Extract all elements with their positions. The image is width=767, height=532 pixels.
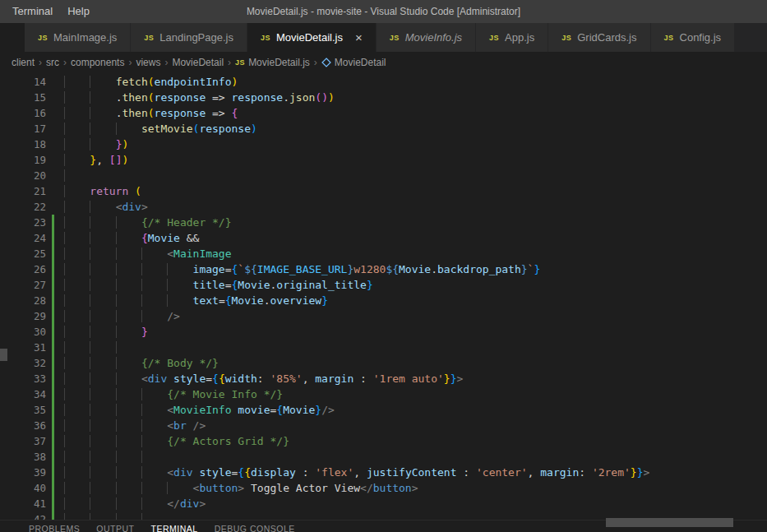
indent-guide <box>141 279 167 291</box>
code-line[interactable]: 20 <box>0 168 767 183</box>
line-number[interactable]: 40 <box>0 480 46 496</box>
code-line[interactable]: 25 <MainImage <box>0 246 767 261</box>
tab-gridcards-js[interactable]: JSGridCards.js <box>548 23 650 52</box>
tab-landingpage-js[interactable]: JSLandingPage.js <box>131 23 247 52</box>
code-line[interactable]: 22 <div> <box>0 199 767 215</box>
code-line[interactable]: 15 .then(response => response.json()) <box>0 90 767 105</box>
code-line[interactable]: 37 {/* Actors Grid */} <box>0 433 767 449</box>
tab-movieinfo-js[interactable]: JSMovieInfo.js <box>377 23 476 52</box>
line-number[interactable]: 33 <box>0 371 46 386</box>
line-number[interactable]: 15 <box>0 90 46 105</box>
line-number[interactable]: 30 <box>0 324 46 340</box>
code-text <box>64 168 90 183</box>
code-line[interactable]: 14 fetch(endpointInfo) <box>0 74 767 90</box>
line-number[interactable]: 29 <box>0 308 46 324</box>
js-file-icon: JS <box>38 34 48 42</box>
code-editor[interactable]: 14 fetch(endpointInfo)15 .then(response … <box>0 72 767 521</box>
line-number[interactable]: 17 <box>0 121 46 136</box>
indent-guide <box>90 388 115 400</box>
code-line[interactable]: 30 } <box>0 324 767 340</box>
code-line[interactable]: 28 text={Movie.overview} <box>0 293 767 308</box>
code-line[interactable]: 29 /> <box>0 308 767 324</box>
js-file-icon: JS <box>144 34 154 42</box>
code-line[interactable]: 36 <br /> <box>0 418 767 433</box>
panel-tab-terminal[interactable]: TERMINAL <box>151 524 198 532</box>
indent-guide <box>90 294 115 307</box>
code-line[interactable]: 41 </div> <box>0 496 767 511</box>
token: /> <box>321 404 335 416</box>
code-line[interactable]: 26 image={`${IMAGE_BASE_URL}w1280${Movie… <box>0 261 767 277</box>
horizontal-scrollbar-thumb[interactable] <box>606 518 733 527</box>
indent-guide <box>90 232 115 244</box>
line-number[interactable]: 20 <box>0 168 46 183</box>
code-line[interactable]: 35 <MovieInfo movie={Movie}/> <box>0 402 767 418</box>
line-number[interactable]: 25 <box>0 246 46 261</box>
tab-label: MainImage.js <box>53 31 117 44</box>
breadcrumb-item-moviedetail[interactable]: MovieDetail <box>321 57 386 68</box>
breadcrumb-item-client[interactable]: client <box>12 57 35 68</box>
token: } <box>90 154 96 166</box>
panel-tab-problems[interactable]: PROBLEMS <box>29 524 80 532</box>
cropped-scrollbar-sliver[interactable] <box>0 349 7 361</box>
code-line[interactable]: 40 <button> Toggle Actor View</button> <box>0 480 767 496</box>
line-number[interactable]: 27 <box>0 277 46 293</box>
breadcrumb-item-moviedetail-js[interactable]: JSMovieDetail.js <box>235 57 310 68</box>
code-line[interactable]: 24 {Movie && <box>0 230 767 246</box>
breadcrumb-item-components[interactable]: components <box>71 57 124 68</box>
line-number[interactable]: 34 <box>0 386 46 402</box>
code-line[interactable]: 39 <div style={{display : 'flex', justif… <box>0 465 767 480</box>
code-text: title={Movie.original_title} <box>64 277 373 293</box>
breadcrumb-item-src[interactable]: src <box>46 57 59 68</box>
line-number[interactable]: 21 <box>0 183 46 199</box>
code-line[interactable]: 27 title={Movie.original_title} <box>0 277 767 293</box>
code-line[interactable]: 17 setMovie(response) <box>0 121 767 136</box>
line-number[interactable]: 14 <box>0 74 46 90</box>
menu-item-terminal[interactable]: Terminal <box>5 0 60 23</box>
code-line[interactable]: 23 {/* Header */} <box>0 215 767 230</box>
line-number[interactable]: 18 <box>0 136 46 152</box>
token: > <box>199 497 206 510</box>
code-line[interactable]: 16 .then(response => { <box>0 105 767 121</box>
indent-guide <box>141 404 167 416</box>
breadcrumb-item-moviedetail[interactable]: MovieDetail <box>172 57 224 68</box>
line-number[interactable]: 19 <box>0 152 46 168</box>
panel-tab-output[interactable]: OUTPUT <box>96 524 134 532</box>
code-line[interactable]: 21 return ( <box>0 183 767 199</box>
code-text: setMovie(response) <box>64 121 257 136</box>
panel-tab-debug-console[interactable]: DEBUG CONSOLE <box>215 524 295 532</box>
code-line[interactable]: 31 <box>0 340 767 355</box>
code-line[interactable]: 38 <box>0 449 767 465</box>
tab-config-js[interactable]: JSConfig.js <box>651 23 736 52</box>
token: > <box>457 372 464 385</box>
line-number[interactable]: 39 <box>0 465 46 480</box>
line-number[interactable]: 38 <box>0 449 46 465</box>
menu-item-help[interactable]: Help <box>60 0 97 23</box>
code-line[interactable]: 19 }, []) <box>0 152 767 168</box>
line-number[interactable]: 41 <box>0 496 46 511</box>
code-line[interactable]: 32 {/* Body */} <box>0 355 767 371</box>
line-number[interactable]: 24 <box>0 230 46 246</box>
line-number[interactable]: 36 <box>0 418 46 433</box>
line-number[interactable]: 37 <box>0 433 46 449</box>
git-gutter-marker <box>52 402 54 418</box>
indent-guide <box>64 91 90 104</box>
code-line[interactable]: 34 {/* Movie Info */} <box>0 386 767 402</box>
indent-guide <box>64 279 90 291</box>
git-gutter-marker <box>52 418 54 433</box>
token: && <box>187 232 200 244</box>
tab-moviedetail-js[interactable]: JSMovieDetail.js× <box>247 23 377 52</box>
close-icon[interactable]: × <box>355 31 363 44</box>
line-number[interactable]: 26 <box>0 261 46 277</box>
line-number[interactable]: 22 <box>0 199 46 215</box>
code-line[interactable]: 18 }) <box>0 136 767 152</box>
code-line[interactable]: 33 <div style={{width: '85%', margin : '… <box>0 371 767 386</box>
line-number[interactable]: 35 <box>0 402 46 418</box>
line-number[interactable]: 16 <box>0 105 46 121</box>
line-number[interactable]: 23 <box>0 215 46 230</box>
tab-mainimage-js[interactable]: JSMainImage.js <box>25 23 131 52</box>
tab-app-js[interactable]: JSApp.js <box>476 23 548 52</box>
breadcrumb-item-views[interactable]: views <box>136 57 160 68</box>
line-number[interactable]: 28 <box>0 293 46 308</box>
indent-guide <box>90 357 115 369</box>
token: . <box>264 294 270 307</box>
